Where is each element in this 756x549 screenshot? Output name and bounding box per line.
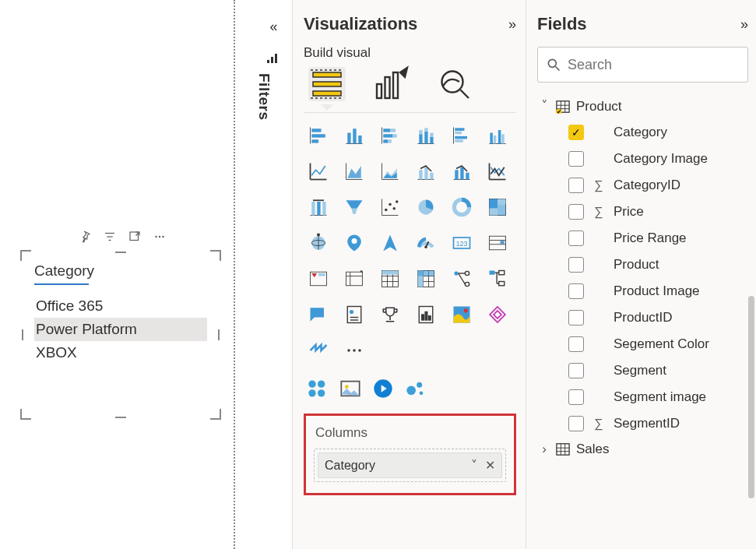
viz-type-button[interactable] bbox=[411, 192, 441, 222]
slicer-item[interactable]: XBOX bbox=[34, 341, 207, 364]
columns-well[interactable]: Category ˅ ✕ bbox=[314, 449, 506, 482]
field-checkbox[interactable] bbox=[568, 151, 584, 167]
analytics-tab[interactable] bbox=[436, 67, 473, 101]
field-row[interactable]: Category bbox=[537, 119, 748, 146]
field-pill-remove-icon[interactable]: ✕ bbox=[485, 458, 495, 473]
resize-handle[interactable] bbox=[210, 250, 221, 261]
chevron-down-icon[interactable]: ˅ bbox=[539, 98, 550, 114]
field-checkbox[interactable] bbox=[568, 310, 584, 326]
field-row[interactable]: Product Image bbox=[537, 278, 748, 304]
viz-type-button[interactable] bbox=[304, 336, 333, 365]
field-checkbox[interactable] bbox=[568, 336, 584, 352]
viz-type-button[interactable] bbox=[375, 157, 405, 186]
resize-handle[interactable] bbox=[22, 329, 23, 340]
viz-type-button[interactable] bbox=[447, 300, 476, 329]
viz-type-button[interactable] bbox=[304, 192, 333, 222]
viz-type-button[interactable] bbox=[483, 192, 512, 222]
field-pill-category[interactable]: Category ˅ ✕ bbox=[318, 452, 502, 478]
field-checkbox[interactable] bbox=[568, 416, 584, 431]
filter-icon[interactable] bbox=[103, 230, 117, 244]
viz-type-button[interactable] bbox=[411, 121, 441, 150]
viz-type-button[interactable] bbox=[411, 228, 441, 258]
field-row[interactable]: Price Range bbox=[537, 225, 748, 252]
viz-type-button[interactable] bbox=[447, 192, 476, 222]
field-checkbox[interactable] bbox=[568, 283, 584, 299]
field-checkbox[interactable] bbox=[568, 178, 584, 193]
appsource-visual-icon[interactable] bbox=[307, 378, 329, 399]
resize-handle[interactable] bbox=[115, 252, 126, 253]
viz-type-button[interactable] bbox=[411, 157, 441, 186]
viz-type-button[interactable]: 123 bbox=[447, 228, 476, 258]
slicer-item[interactable]: Power Platform bbox=[34, 318, 207, 341]
viz-type-button[interactable] bbox=[483, 157, 512, 186]
focus-mode-icon[interactable] bbox=[128, 230, 142, 244]
field-checkbox[interactable] bbox=[568, 389, 584, 405]
viz-type-button[interactable] bbox=[375, 300, 405, 329]
slicer-item[interactable]: Office 365 bbox=[34, 294, 207, 318]
viz-type-button[interactable] bbox=[304, 157, 333, 186]
resize-handle[interactable] bbox=[210, 409, 221, 420]
format-visual-tab[interactable] bbox=[372, 67, 410, 101]
field-row[interactable]: ∑CategoryID bbox=[537, 172, 748, 199]
table-row[interactable]: › Sales bbox=[537, 437, 748, 462]
field-checkbox[interactable] bbox=[568, 125, 584, 140]
viz-type-button[interactable] bbox=[339, 264, 369, 294]
fields-scrollbar[interactable] bbox=[748, 296, 754, 498]
viz-type-button[interactable] bbox=[375, 192, 405, 222]
viz-type-button[interactable] bbox=[375, 228, 405, 258]
field-row[interactable]: ∑SegmentID bbox=[537, 410, 748, 437]
image-visual-icon[interactable] bbox=[339, 378, 361, 399]
viz-type-button[interactable] bbox=[375, 121, 405, 150]
viz-type-button[interactable] bbox=[339, 121, 369, 150]
viz-type-button[interactable] bbox=[304, 228, 333, 258]
collapse-fields-icon[interactable]: » bbox=[740, 16, 748, 33]
viz-type-button[interactable] bbox=[411, 300, 441, 329]
viz-type-button[interactable] bbox=[304, 264, 333, 294]
report-canvas[interactable]: Category Office 365Power PlatformXBOX bbox=[0, 0, 234, 549]
viz-type-button[interactable] bbox=[411, 264, 441, 294]
viz-type-button[interactable] bbox=[483, 264, 512, 294]
viz-type-button[interactable] bbox=[375, 264, 405, 294]
viz-type-button[interactable] bbox=[483, 228, 512, 258]
viz-type-button[interactable] bbox=[304, 121, 333, 150]
viz-type-button[interactable] bbox=[339, 192, 369, 222]
field-row[interactable]: Product bbox=[537, 252, 748, 278]
viz-type-button[interactable] bbox=[339, 157, 369, 186]
table-row[interactable]: ˅ Product bbox=[537, 93, 748, 119]
field-row[interactable]: Category Image bbox=[537, 146, 748, 172]
field-row[interactable]: Segement Color bbox=[537, 331, 748, 357]
expand-filters-icon[interactable]: « bbox=[255, 19, 292, 35]
viz-type-button[interactable] bbox=[339, 228, 369, 258]
filters-label[interactable]: Filters bbox=[255, 73, 273, 121]
fields-search-input[interactable] bbox=[568, 57, 748, 73]
viz-type-button[interactable] bbox=[447, 157, 476, 186]
resize-handle[interactable] bbox=[218, 329, 220, 340]
viz-type-button[interactable] bbox=[447, 121, 476, 150]
collapse-viz-icon[interactable]: » bbox=[508, 16, 516, 33]
viz-type-button[interactable] bbox=[447, 264, 476, 294]
resize-handle[interactable] bbox=[115, 417, 126, 418]
field-checkbox[interactable] bbox=[568, 231, 584, 246]
field-row[interactable]: Segment bbox=[537, 357, 748, 384]
fields-search[interactable] bbox=[537, 47, 748, 83]
viz-type-button[interactable] bbox=[483, 300, 512, 329]
viz-type-button[interactable] bbox=[483, 121, 512, 150]
field-row[interactable]: Segment image bbox=[537, 384, 748, 410]
field-checkbox[interactable] bbox=[568, 204, 584, 220]
slicer-visual[interactable]: Category Office 365Power PlatformXBOX bbox=[23, 253, 218, 417]
field-checkbox[interactable] bbox=[568, 363, 584, 378]
field-row[interactable]: ∑Price bbox=[537, 199, 748, 225]
bubble-visual-icon[interactable] bbox=[405, 378, 427, 399]
viz-type-button[interactable] bbox=[339, 300, 369, 329]
viz-type-button[interactable] bbox=[304, 300, 333, 329]
viz-type-button[interactable] bbox=[339, 336, 369, 365]
field-pill-chevron-icon[interactable]: ˅ bbox=[471, 458, 477, 473]
field-row[interactable]: ProductID bbox=[537, 304, 748, 331]
field-checkbox[interactable] bbox=[568, 257, 584, 273]
chevron-right-icon[interactable]: › bbox=[539, 442, 550, 457]
resize-handle[interactable] bbox=[20, 409, 31, 420]
pin-icon[interactable] bbox=[78, 230, 92, 244]
resize-handle[interactable] bbox=[20, 250, 31, 261]
build-visual-tab[interactable] bbox=[308, 67, 346, 101]
play-visual-icon[interactable] bbox=[372, 378, 394, 399]
